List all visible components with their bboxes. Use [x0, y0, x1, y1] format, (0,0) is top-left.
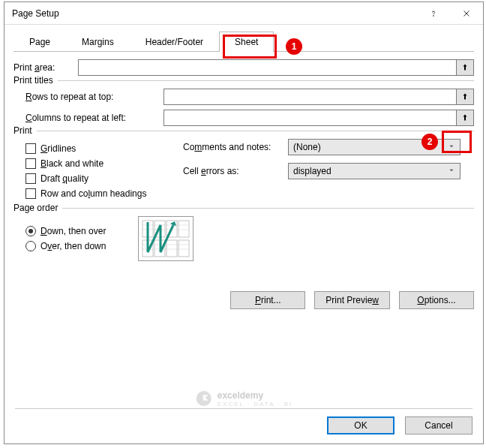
chevron-down-icon: [448, 142, 455, 152]
page-order-group: Page order Down, then over Over, then do…: [14, 208, 474, 261]
print-group: Print Gridlines Black and white Draft qu…: [14, 131, 474, 203]
rows-repeat-ref-button[interactable]: [456, 89, 474, 105]
tab-page[interactable]: Page: [14, 32, 66, 52]
close-button[interactable]: [450, 2, 483, 25]
cols-repeat-ref-button[interactable]: [456, 110, 474, 126]
tab-header-footer[interactable]: Header/Footer: [130, 32, 219, 52]
page-setup-dialog: Page Setup Page Margins Header/Footer Sh…: [4, 2, 484, 444]
print-titles-legend: Print titles: [14, 75, 58, 86]
svg-rect-10: [178, 240, 189, 257]
black-white-checkbox[interactable]: [26, 158, 36, 169]
down-then-over-label: Down, then over: [40, 226, 106, 236]
comments-value: (None): [293, 142, 321, 152]
help-button[interactable]: [417, 2, 450, 25]
chevron-down-icon: [448, 166, 455, 176]
tab-margins[interactable]: Margins: [66, 32, 130, 52]
down-then-over-radio[interactable]: [26, 226, 36, 236]
cell-errors-value: displayed: [293, 166, 332, 176]
page-order-legend: Page order: [14, 203, 62, 213]
options-button[interactable]: Options...: [399, 291, 474, 309]
cols-repeat-input[interactable]: [164, 110, 457, 126]
print-button[interactable]: Print...: [230, 291, 305, 309]
print-area-label: Print area:: [14, 62, 78, 73]
print-area-ref-button[interactable]: [456, 59, 474, 76]
svg-point-0: [434, 15, 434, 16]
rows-repeat-input[interactable]: [164, 89, 457, 105]
print-titles-group: Print titles Rows to repeat at top: Colu…: [14, 80, 474, 126]
comments-label: Comments and notes:: [183, 142, 288, 152]
watermark-tagline: EXCEL · DATA · BI: [218, 401, 293, 407]
row-col-headings-label: Row and column headings: [40, 188, 146, 199]
print-preview-button[interactable]: Print Preview: [314, 291, 390, 309]
ok-button[interactable]: OK: [327, 416, 394, 434]
svg-rect-9: [166, 240, 177, 257]
row-col-headings-checkbox[interactable]: [26, 188, 36, 199]
print-area-row: Print area:: [14, 59, 474, 76]
print-legend: Print: [14, 125, 37, 136]
svg-rect-6: [178, 221, 189, 237]
tabstrip: Page Margins Header/Footer Sheet: [14, 31, 474, 52]
tab-sheet[interactable]: Sheet: [219, 32, 274, 52]
over-then-down-radio[interactable]: [26, 241, 36, 251]
titlebar: Page Setup: [4, 2, 483, 25]
print-area-input[interactable]: [78, 59, 457, 76]
footer-button-row: OK Cancel: [15, 408, 472, 434]
cell-errors-label: Cell errors as:: [183, 166, 288, 176]
comments-select[interactable]: (None): [288, 139, 460, 155]
watermark: exceldemy EXCEL · DATA · BI: [195, 389, 293, 407]
watermark-brand: exceldemy: [218, 390, 263, 401]
black-white-label: Black and white: [40, 158, 104, 169]
cancel-button[interactable]: Cancel: [405, 416, 472, 434]
gridlines-label: Gridlines: [40, 143, 76, 154]
cols-repeat-label: Columns to repeat at left:: [26, 113, 164, 123]
middle-button-row: Print... Print Preview Options...: [14, 291, 474, 309]
draft-label: Draft quality: [40, 173, 88, 184]
rows-repeat-label: Rows to repeat at top:: [26, 92, 164, 102]
over-then-down-label: Over, then down: [40, 241, 106, 251]
dialog-body: Page Margins Header/Footer Sheet Print a…: [4, 25, 483, 318]
gridlines-checkbox[interactable]: [26, 143, 36, 154]
page-order-preview-icon: [138, 216, 194, 261]
draft-checkbox[interactable]: [26, 173, 36, 184]
dialog-title: Page Setup: [12, 8, 417, 19]
cell-errors-select[interactable]: displayed: [288, 163, 460, 179]
